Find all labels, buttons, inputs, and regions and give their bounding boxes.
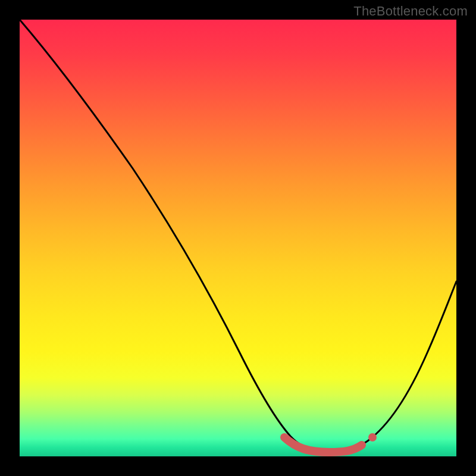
accent-dot (368, 433, 377, 441)
plot-area (20, 20, 456, 456)
bottleneck-curve (20, 20, 456, 452)
accent-valley-segment (284, 437, 362, 452)
chart-frame: TheBottleneck.com (0, 0, 476, 476)
watermark-text: TheBottleneck.com (353, 4, 468, 19)
chart-svg (20, 20, 456, 456)
